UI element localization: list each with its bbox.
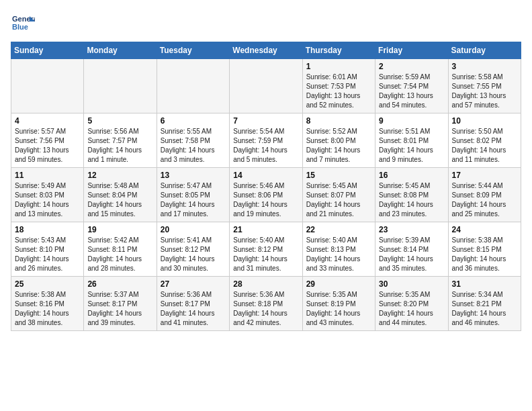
- header-thursday: Thursday: [302, 42, 375, 59]
- calendar-cell: [11, 59, 84, 113]
- calendar-cell: 19Sunrise: 5:42 AM Sunset: 8:11 PM Dayli…: [84, 222, 157, 277]
- day-info: Sunrise: 5:44 AM Sunset: 8:09 PM Dayligh…: [452, 181, 517, 219]
- day-number: 18: [15, 225, 80, 234]
- day-info: Sunrise: 5:56 AM Sunset: 7:57 PM Dayligh…: [87, 127, 152, 165]
- calendar-cell: 27Sunrise: 5:36 AM Sunset: 8:17 PM Dayli…: [157, 277, 229, 331]
- day-info: Sunrise: 5:37 AM Sunset: 8:17 PM Dayligh…: [87, 290, 152, 328]
- calendar-cell: [84, 59, 157, 113]
- day-info: Sunrise: 5:52 AM Sunset: 8:00 PM Dayligh…: [306, 127, 371, 165]
- day-number: 25: [15, 279, 80, 289]
- day-number: 30: [379, 279, 444, 289]
- day-info: Sunrise: 5:41 AM Sunset: 8:12 PM Dayligh…: [161, 236, 226, 273]
- day-number: 2: [379, 62, 444, 71]
- calendar-cell: 6Sunrise: 5:55 AM Sunset: 7:58 PM Daylig…: [157, 113, 229, 168]
- day-number: 9: [379, 116, 444, 126]
- day-info: Sunrise: 5:40 AM Sunset: 8:12 PM Dayligh…: [233, 236, 298, 273]
- calendar-cell: 8Sunrise: 5:52 AM Sunset: 8:00 PM Daylig…: [302, 113, 375, 168]
- calendar-cell: [230, 59, 302, 113]
- calendar-cell: 17Sunrise: 5:44 AM Sunset: 8:09 PM Dayli…: [448, 168, 521, 222]
- week-row-5: 25Sunrise: 5:38 AM Sunset: 8:16 PM Dayli…: [11, 277, 521, 331]
- day-info: Sunrise: 5:55 AM Sunset: 7:58 PM Dayligh…: [161, 127, 226, 165]
- day-number: 21: [233, 225, 298, 234]
- day-number: 5: [87, 116, 152, 126]
- day-number: 1: [306, 62, 371, 71]
- calendar-cell: 11Sunrise: 5:49 AM Sunset: 8:03 PM Dayli…: [11, 168, 84, 222]
- day-number: 12: [87, 171, 152, 180]
- calendar-cell: 30Sunrise: 5:35 AM Sunset: 8:20 PM Dayli…: [375, 277, 448, 331]
- calendar-cell: 18Sunrise: 5:43 AM Sunset: 8:10 PM Dayli…: [11, 222, 84, 277]
- calendar-cell: 4Sunrise: 5:57 AM Sunset: 7:56 PM Daylig…: [11, 113, 84, 168]
- calendar-cell: 25Sunrise: 5:38 AM Sunset: 8:16 PM Dayli…: [11, 277, 84, 331]
- day-info: Sunrise: 5:59 AM Sunset: 7:54 PM Dayligh…: [379, 73, 444, 110]
- calendar-cell: 24Sunrise: 5:38 AM Sunset: 8:15 PM Dayli…: [448, 222, 521, 277]
- day-number: 26: [87, 279, 152, 289]
- day-number: 20: [161, 225, 226, 234]
- calendar-cell: 9Sunrise: 5:51 AM Sunset: 8:01 PM Daylig…: [375, 113, 448, 168]
- day-info: Sunrise: 5:34 AM Sunset: 8:21 PM Dayligh…: [452, 290, 517, 328]
- calendar-cell: [157, 59, 229, 113]
- day-number: 15: [306, 171, 371, 180]
- day-number: 24: [452, 225, 517, 234]
- calendar-cell: 2Sunrise: 5:59 AM Sunset: 7:54 PM Daylig…: [375, 59, 448, 113]
- day-number: 31: [452, 279, 517, 289]
- calendar-cell: 5Sunrise: 5:56 AM Sunset: 7:57 PM Daylig…: [84, 113, 157, 168]
- day-info: Sunrise: 5:36 AM Sunset: 8:18 PM Dayligh…: [233, 290, 298, 328]
- day-info: Sunrise: 5:57 AM Sunset: 7:56 PM Dayligh…: [15, 127, 80, 165]
- day-info: Sunrise: 5:58 AM Sunset: 7:55 PM Dayligh…: [452, 73, 517, 110]
- calendar-cell: 22Sunrise: 5:40 AM Sunset: 8:13 PM Dayli…: [302, 222, 375, 277]
- calendar-cell: 15Sunrise: 5:45 AM Sunset: 8:07 PM Dayli…: [302, 168, 375, 222]
- week-row-1: 1Sunrise: 6:01 AM Sunset: 7:53 PM Daylig…: [11, 59, 521, 113]
- day-number: 27: [161, 279, 226, 289]
- day-number: 3: [452, 62, 517, 71]
- calendar-cell: 21Sunrise: 5:40 AM Sunset: 8:12 PM Dayli…: [230, 222, 302, 277]
- day-number: 28: [233, 279, 298, 289]
- day-info: Sunrise: 5:51 AM Sunset: 8:01 PM Dayligh…: [379, 127, 444, 165]
- calendar-cell: 10Sunrise: 5:50 AM Sunset: 8:02 PM Dayli…: [448, 113, 521, 168]
- calendar-cell: 14Sunrise: 5:46 AM Sunset: 8:06 PM Dayli…: [230, 168, 302, 222]
- logo-icon: General Blue: [11, 11, 35, 35]
- day-number: 4: [15, 116, 80, 126]
- day-info: Sunrise: 5:39 AM Sunset: 8:14 PM Dayligh…: [379, 236, 444, 273]
- day-number: 16: [379, 171, 444, 180]
- day-info: Sunrise: 5:42 AM Sunset: 8:11 PM Dayligh…: [87, 236, 152, 273]
- header-friday: Friday: [375, 42, 448, 59]
- day-info: Sunrise: 5:35 AM Sunset: 8:19 PM Dayligh…: [306, 290, 371, 328]
- day-info: Sunrise: 5:49 AM Sunset: 8:03 PM Dayligh…: [15, 181, 80, 219]
- day-info: Sunrise: 5:40 AM Sunset: 8:13 PM Dayligh…: [306, 236, 371, 273]
- day-info: Sunrise: 6:01 AM Sunset: 7:53 PM Dayligh…: [306, 73, 371, 110]
- day-number: 14: [233, 171, 298, 180]
- header-tuesday: Tuesday: [157, 42, 229, 59]
- calendar-cell: 29Sunrise: 5:35 AM Sunset: 8:19 PM Dayli…: [302, 277, 375, 331]
- calendar-cell: 3Sunrise: 5:58 AM Sunset: 7:55 PM Daylig…: [448, 59, 521, 113]
- calendar-cell: 12Sunrise: 5:48 AM Sunset: 8:04 PM Dayli…: [84, 168, 157, 222]
- calendar-cell: 16Sunrise: 5:45 AM Sunset: 8:08 PM Dayli…: [375, 168, 448, 222]
- day-info: Sunrise: 5:35 AM Sunset: 8:20 PM Dayligh…: [379, 290, 444, 328]
- page-header: General Blue: [11, 11, 521, 35]
- calendar-table: SundayMondayTuesdayWednesdayThursdayFrid…: [11, 42, 521, 331]
- day-number: 29: [306, 279, 371, 289]
- day-number: 22: [306, 225, 371, 234]
- day-number: 8: [306, 116, 371, 126]
- day-info: Sunrise: 5:45 AM Sunset: 8:08 PM Dayligh…: [379, 181, 444, 219]
- day-number: 19: [87, 225, 152, 234]
- day-number: 17: [452, 171, 517, 180]
- header-monday: Monday: [84, 42, 157, 59]
- calendar-cell: 26Sunrise: 5:37 AM Sunset: 8:17 PM Dayli…: [84, 277, 157, 331]
- calendar-cell: 1Sunrise: 6:01 AM Sunset: 7:53 PM Daylig…: [302, 59, 375, 113]
- calendar-cell: 28Sunrise: 5:36 AM Sunset: 8:18 PM Dayli…: [230, 277, 302, 331]
- day-number: 23: [379, 225, 444, 234]
- day-info: Sunrise: 5:43 AM Sunset: 8:10 PM Dayligh…: [15, 236, 80, 273]
- day-info: Sunrise: 5:46 AM Sunset: 8:06 PM Dayligh…: [233, 181, 298, 219]
- svg-text:Blue: Blue: [12, 23, 28, 31]
- day-number: 7: [233, 116, 298, 126]
- logo: General Blue: [11, 11, 35, 35]
- day-info: Sunrise: 5:45 AM Sunset: 8:07 PM Dayligh…: [306, 181, 371, 219]
- day-number: 10: [452, 116, 517, 126]
- calendar-cell: 23Sunrise: 5:39 AM Sunset: 8:14 PM Dayli…: [375, 222, 448, 277]
- header-sunday: Sunday: [11, 42, 84, 59]
- day-info: Sunrise: 5:36 AM Sunset: 8:17 PM Dayligh…: [161, 290, 226, 328]
- days-header-row: SundayMondayTuesdayWednesdayThursdayFrid…: [11, 42, 521, 59]
- day-number: 11: [15, 171, 80, 180]
- week-row-2: 4Sunrise: 5:57 AM Sunset: 7:56 PM Daylig…: [11, 113, 521, 168]
- calendar-cell: 31Sunrise: 5:34 AM Sunset: 8:21 PM Dayli…: [448, 277, 521, 331]
